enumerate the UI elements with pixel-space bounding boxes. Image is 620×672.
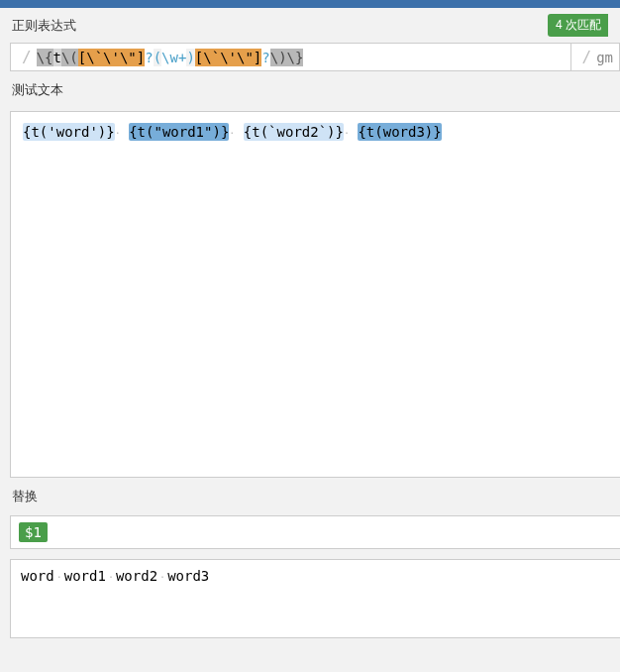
substitution-input[interactable]: $1 xyxy=(10,515,620,549)
regex-label: 正则表达式 xyxy=(12,17,76,35)
subst-pattern-token: $1 xyxy=(19,522,48,542)
regex-input[interactable]: / \{t\([\`\'\"]?(\w+)[\`\'\"]?\)\} xyxy=(10,43,571,71)
substitution-result: word·word1·word2·word3 xyxy=(10,559,620,638)
test-input[interactable]: {t('word')}· {t("word1")}· {t(`word2`)}·… xyxy=(10,111,620,478)
regex-section-header: 正则表达式 4 次匹配 xyxy=(0,8,620,43)
result-word: word1 xyxy=(64,568,106,584)
regex-flags: gm xyxy=(596,50,613,65)
test-label: 测试文本 xyxy=(12,82,63,97)
result-word: word2 xyxy=(116,568,157,584)
match-highlight: {t(`word2`)} xyxy=(244,123,344,141)
match-count-badge: 4 次匹配 xyxy=(548,14,608,37)
regex-slash-close: / xyxy=(577,48,597,66)
match-highlight: {t('word')} xyxy=(23,123,115,141)
regex-pattern: \{t\([\`\'\"]?(\w+)[\`\'\"]?\)\} xyxy=(37,50,565,65)
match-highlight: {t(word3)} xyxy=(358,123,441,141)
result-word: word xyxy=(21,568,54,584)
regex-flags-input[interactable]: / gm xyxy=(571,43,621,71)
regex-slash-open: / xyxy=(17,48,37,66)
test-section-header: 测试文本 xyxy=(0,71,620,105)
result-word: word3 xyxy=(167,568,209,584)
match-highlight: {t("word1")} xyxy=(129,123,229,141)
title-bar xyxy=(0,0,620,8)
subst-label: 替换 xyxy=(12,489,38,504)
subst-section-header: 替换 xyxy=(0,478,620,511)
